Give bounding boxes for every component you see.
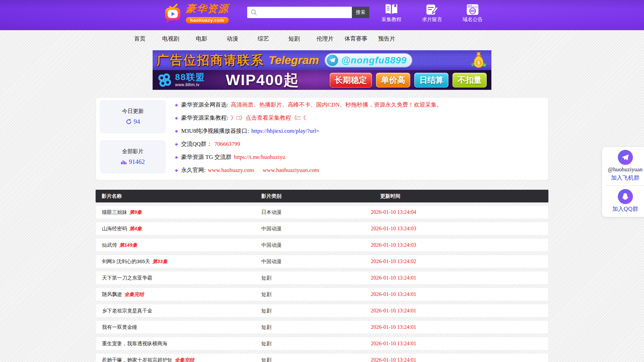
site-header: 豪华资源 haohuazy.com 搜索 采集教程 bbox=[0, 0, 644, 30]
video-category: 短剧 bbox=[261, 357, 371, 362]
video-category: 短剧 bbox=[261, 291, 371, 298]
video-update-time: 2026-01-10 13:24:04 bbox=[371, 209, 548, 215]
notice-link[interactable]: https://t.me/huohuziyu bbox=[234, 154, 285, 161]
nav-item[interactable]: 电视剧 bbox=[155, 35, 186, 43]
join-qq-link[interactable]: 加入QQ群 bbox=[602, 205, 644, 213]
nav-item[interactable]: 动漫 bbox=[217, 35, 248, 43]
video-title-link[interactable]: 乡下老祖宗竟是真千金 bbox=[102, 308, 152, 313]
telegram-handle: @nongfu8899 bbox=[341, 55, 407, 66]
ad-badge: 不扣量 bbox=[452, 73, 487, 87]
search-bar: 搜索 bbox=[247, 7, 369, 18]
nav-item[interactable]: 预告片 bbox=[371, 35, 402, 43]
refresh-icon bbox=[126, 119, 132, 125]
notice-link[interactable]: www.haohuazy.com bbox=[208, 167, 254, 174]
video-category: 短剧 bbox=[261, 324, 371, 330]
notice-link[interactable]: www.haohuaziyuan.com bbox=[263, 167, 319, 174]
video-title-link[interactable]: 剑网3·沈剑心的365天 bbox=[102, 258, 150, 264]
book-icon bbox=[385, 4, 398, 15]
quick-link-collect-tutorial[interactable]: 采集教程 bbox=[376, 4, 407, 23]
video-update-time: 2026-01-10 13:24:03 bbox=[371, 242, 548, 248]
message-edit-icon bbox=[426, 4, 438, 15]
ad-banner-88lm[interactable]: 88联盟 www.88lm.tv WIP400起 长期稳定单价高日结算不扣量 bbox=[153, 70, 491, 90]
notice-line: ◈永久官网:www.haohuazy.comwww.haohuaziyuan.c… bbox=[175, 164, 442, 177]
ad-88lm-site: www.88lm.tv bbox=[175, 82, 205, 87]
video-table: 影片名称 影片类别 更新时间 猫眼三姐妹第9集日本动漫2026-01-10 13… bbox=[96, 190, 548, 362]
col-header-category: 影片类别 bbox=[261, 193, 371, 199]
divider bbox=[605, 185, 644, 186]
episode-badge: 第149集 bbox=[119, 242, 137, 248]
nav-item[interactable]: 短剧 bbox=[279, 35, 310, 43]
episode-badge: 第9集 bbox=[129, 209, 142, 215]
video-title-link[interactable]: 我有一双黄金瞳 bbox=[102, 324, 137, 330]
search-button[interactable]: 搜索 bbox=[352, 7, 369, 18]
video-update-time: 2026-01-10 13:24:01 bbox=[371, 291, 548, 297]
video-title-link[interactable]: 惹她干嘛，她家十岁祖宗超护短 bbox=[102, 357, 172, 362]
join-telegram-link[interactable]: 加入飞机群 bbox=[602, 174, 644, 182]
nav-item[interactable]: 电影 bbox=[186, 35, 217, 43]
header-quick-links: 采集教程 求片留言 bbox=[376, 4, 488, 23]
col-header-time: 更新时间 bbox=[371, 193, 548, 199]
notice-link[interactable]: 706663799 bbox=[215, 141, 240, 147]
video-update-time: 2026-01-10 13:24:01 bbox=[371, 324, 548, 330]
nav-item[interactable]: 体育赛事 bbox=[340, 35, 371, 43]
table-row: 仙武传第149集中国动漫2026-01-10 13:24:03 bbox=[96, 238, 548, 252]
video-update-time: 2026-01-10 13:24:01 bbox=[371, 308, 548, 314]
table-row: 剑网3·沈剑心的365天第33集中国动漫2026-01-10 13:24:02 bbox=[96, 255, 548, 268]
diamond-bullet-icon: ◈ bbox=[175, 141, 178, 147]
qq-group-icon[interactable] bbox=[618, 189, 633, 204]
search-box bbox=[247, 7, 352, 18]
diamond-bullet-icon: ◈ bbox=[175, 168, 178, 173]
svg-text:$: $ bbox=[477, 60, 480, 65]
video-update-time: 2026-01-10 13:24:01 bbox=[371, 275, 548, 281]
site-logo[interactable]: 豪华资源 haohuazy.com bbox=[163, 2, 229, 23]
notice-label: M3U8纯净视频播放器接口: bbox=[181, 127, 249, 135]
video-title-link[interactable]: 随风飘逝 bbox=[102, 291, 122, 297]
table-row: 重生宠妻，我靠透视纵横商海短剧2026-01-10 13:24:01 bbox=[96, 337, 548, 350]
video-title-link[interactable]: 山海经密码 bbox=[102, 226, 127, 231]
ad-text: 广告位招商请联系 bbox=[157, 52, 264, 69]
ad-88lm-logo: 88联盟 www.88lm.tv bbox=[157, 73, 205, 87]
knot-88-icon bbox=[156, 71, 173, 88]
video-title-link[interactable]: 重生宠妻，我靠透视纵横商海 bbox=[102, 341, 167, 346]
telegram-handle-pill: @nongfu8899 bbox=[325, 54, 412, 67]
nav-item[interactable]: 首页 bbox=[124, 35, 155, 43]
telegram-group-icon[interactable] bbox=[618, 150, 633, 165]
video-update-time: 2026-01-10 13:24:01 bbox=[371, 357, 548, 362]
quick-link-request-message[interactable]: 求片留言 bbox=[417, 4, 447, 23]
search-input[interactable] bbox=[258, 7, 352, 18]
nav-item[interactable]: 综艺 bbox=[248, 35, 279, 43]
ad-badge: 长期稳定 bbox=[330, 73, 372, 87]
notice-line: ◈交流QQ群：706663799 bbox=[175, 137, 442, 150]
video-title-link[interactable]: 天下第一刀之东亚争霸 bbox=[102, 275, 152, 281]
notice-label: 豪华资源全网首选: bbox=[181, 101, 228, 109]
notice-label: 豪华资源采集教程: bbox=[181, 114, 228, 122]
ad-banner-telegram[interactable]: 广告位招商请联系 Telegram @nongfu8899 $ bbox=[153, 50, 491, 70]
video-category: 短剧 bbox=[261, 341, 371, 347]
table-row: 山海经密码第4集中国动漫2026-01-10 13:24:03 bbox=[96, 222, 548, 235]
notice-link[interactable]: 》□》点击查看采集教程《□《 bbox=[231, 114, 306, 122]
logo-tv-icon bbox=[163, 3, 182, 22]
domain-window-icon: WWW bbox=[466, 4, 479, 15]
table-row: 我有一双黄金瞳短剧2026-01-10 13:24:01 bbox=[96, 320, 548, 334]
notice-line: ◈M3U8纯净视频播放器接口:https://hhjiexi.com/play/… bbox=[175, 124, 442, 137]
notice-line: ◈豪华资源 TG 交流群https://t.me/huohuziyu bbox=[175, 150, 442, 164]
page: 豪华资源 haohuazy.com 搜索 采集教程 bbox=[0, 0, 644, 362]
stat-label: 今日更新 bbox=[122, 108, 144, 115]
table-row: 惹她干嘛，她家十岁祖宗超护短全集完结短剧2026-01-10 13:24:01 bbox=[96, 353, 548, 362]
notice-label: 永久官网: bbox=[181, 166, 206, 174]
notice-link[interactable]: https://hhjiexi.com/play/?url= bbox=[251, 128, 319, 134]
telegram-icon bbox=[327, 55, 338, 66]
notice-line: ◈豪华资源采集教程:》□》点击查看采集教程《□《 bbox=[175, 111, 442, 124]
ad-badge: 日结算 bbox=[414, 73, 448, 87]
table-row: 天下第一刀之东亚争霸短剧2026-01-10 13:24:01 bbox=[96, 271, 548, 285]
notice-list: ◈豪华资源全网首选:高清画质、热播影片、高峰不卡、国内CDN、秒拖秒播，资源永久… bbox=[175, 98, 442, 177]
ad-88lm-headline: WIP400起 bbox=[226, 70, 299, 90]
nav-item[interactable]: 伦理片 bbox=[310, 35, 340, 43]
video-title-link[interactable]: 仙武传 bbox=[102, 242, 117, 248]
video-title-link[interactable]: 猫眼三姐妹 bbox=[102, 209, 127, 215]
video-category: 中国动漫 bbox=[261, 226, 371, 232]
video-category: 短剧 bbox=[261, 308, 371, 314]
episode-badge: 全集完结 bbox=[175, 357, 194, 362]
quick-link-domain-notice[interactable]: WWW 域名公告 bbox=[458, 4, 488, 23]
ad-badge: 单价高 bbox=[376, 73, 410, 87]
